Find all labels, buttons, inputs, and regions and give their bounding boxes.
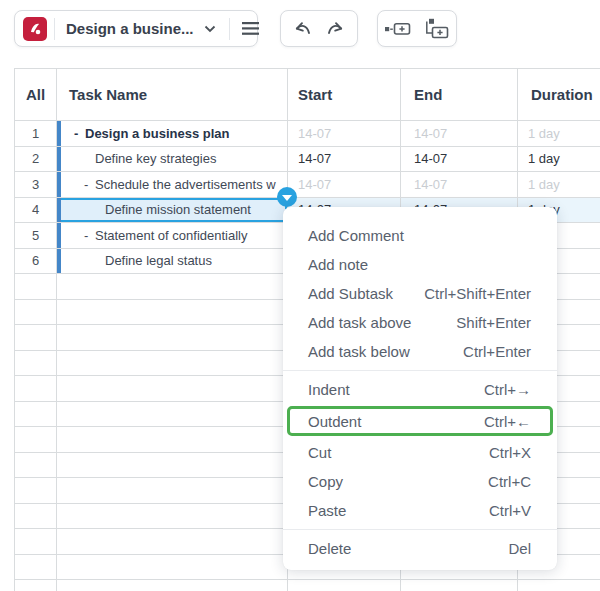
duration: 1 day [528,151,560,166]
collapse-toggle[interactable]: - [84,228,95,243]
menu-item-indent[interactable]: IndentCtrl+→ [283,375,557,404]
end-date: 14-07 [414,177,447,192]
cell-empty[interactable] [401,580,518,591]
cell-empty[interactable] [15,529,57,555]
undo-icon [293,20,313,37]
add-task-button[interactable] [384,11,411,46]
menu-item-copy[interactable]: CopyCtrl+C [283,467,557,496]
menu-separator [283,370,557,371]
collapse-toggle[interactable]: - [74,126,85,141]
column-header-duration[interactable]: Duration [518,69,600,121]
menu-item-add-comment[interactable]: Add Comment [283,221,557,250]
cell-empty[interactable] [57,453,288,479]
cell-empty[interactable] [288,580,401,591]
cell-empty[interactable] [15,351,57,377]
task-name-text: Define mission statement [105,202,251,217]
cell-duration[interactable]: 1 day [518,147,600,173]
undo-button[interactable] [293,11,313,46]
column-header-start[interactable]: Start [288,69,401,121]
cell-empty[interactable] [57,402,288,428]
cell-empty[interactable] [57,351,288,377]
menu-item-shortcut: Ctrl+C [488,473,531,490]
menu-item-add-task-above[interactable]: Add task aboveShift+Enter [283,308,557,337]
cell-empty[interactable] [57,478,288,504]
cell-empty[interactable] [57,555,288,581]
cell-empty[interactable] [15,580,57,591]
row-number: 6 [32,253,39,268]
app: { "toolbar": { "project_selector": { "la… [0,0,600,591]
cell-start-date[interactable]: 14-07 [288,121,401,147]
cell-row-number[interactable]: 2 [15,147,57,173]
collapse-toggle[interactable]: - [84,177,95,192]
task-name-text: Define legal status [105,253,212,268]
cell-end-date[interactable]: 14-07 [401,121,518,147]
row-number: 2 [32,151,39,166]
cell-empty[interactable] [15,427,57,453]
cell-task-name[interactable]: Define legal status [57,249,288,275]
cell-empty[interactable] [57,580,288,591]
table-row-empty[interactable] [15,580,600,591]
menu-item-label: Indent [308,381,350,398]
cell-duration[interactable]: 1 day [518,121,600,147]
cell-duration[interactable]: 1 day [518,172,600,198]
cell-empty[interactable] [15,274,57,300]
row-color-bar [57,172,61,197]
cell-empty[interactable] [15,555,57,581]
row-color-bar [57,147,61,172]
cell-empty[interactable] [57,504,288,530]
row-handle-icon[interactable] [277,187,297,207]
cell-row-number[interactable]: 5 [15,223,57,249]
menu-item-shortcut: Ctrl+→ [484,381,531,398]
cell-task-name[interactable]: -Statement of confidentially [57,223,288,249]
cell-end-date[interactable]: 14-07 [401,147,518,173]
cell-task-name[interactable]: -Schedule the advertisements w [57,172,288,198]
cell-empty[interactable] [57,274,288,300]
menu-item-label: Add Subtask [308,285,393,302]
cell-task-name[interactable]: Define mission statement [57,198,288,224]
cell-empty[interactable] [57,427,288,453]
cell-row-number[interactable]: 3 [15,172,57,198]
cell-task-name[interactable]: Define key strategies [57,147,288,173]
cell-empty[interactable] [15,453,57,479]
menu-item-delete[interactable]: DeleteDel [283,534,557,563]
menu-item-label: Cut [308,444,331,461]
table-row[interactable]: 1 -Design a business plan 14-07 14-07 1 … [15,121,600,147]
cell-empty[interactable] [57,325,288,351]
table-row[interactable]: 2 Define key strategies 14-07 14-07 1 da… [15,147,600,173]
cell-empty[interactable] [15,478,57,504]
cell-empty[interactable] [15,402,57,428]
redo-button[interactable] [325,11,345,46]
cell-row-number[interactable]: 1 [15,121,57,147]
start-date: 14-07 [298,177,331,192]
cell-empty[interactable] [15,504,57,530]
menu-item-add-note[interactable]: Add note [283,250,557,279]
menu-item-label: Add note [308,256,368,273]
cell-empty[interactable] [57,529,288,555]
column-header-task[interactable]: Task Name [57,69,288,121]
cell-empty[interactable] [15,376,57,402]
cell-row-number[interactable]: 4 [15,198,57,224]
menu-item-add-task-below[interactable]: Add task belowCtrl+Enter [283,337,557,366]
cell-empty[interactable] [518,580,600,591]
menu-item-add-subtask[interactable]: Add SubtaskCtrl+Shift+Enter [283,279,557,308]
menu-item-shortcut: Ctrl+Enter [463,343,531,360]
row-color-bar [57,223,61,248]
cell-empty[interactable] [57,376,288,402]
cell-empty[interactable] [15,300,57,326]
cell-empty[interactable] [57,300,288,326]
cell-start-date[interactable]: 14-07 [288,147,401,173]
cell-start-date[interactable]: 14-07 [288,172,401,198]
column-header-all[interactable]: All [15,69,57,121]
project-selector[interactable]: Design a busine... [55,11,216,46]
cell-end-date[interactable]: 14-07 [401,172,518,198]
cell-empty[interactable] [15,325,57,351]
table-row[interactable]: 3 -Schedule the advertisements w 14-07 1… [15,172,600,198]
main-menu-button[interactable] [230,11,271,46]
menu-item-outdent[interactable]: OutdentCtrl+← [290,409,550,433]
cell-row-number[interactable]: 6 [15,249,57,275]
menu-item-cut[interactable]: CutCtrl+X [283,438,557,467]
menu-item-paste[interactable]: PasteCtrl+V [283,496,557,525]
add-subtask-button[interactable] [423,11,451,46]
cell-task-name[interactable]: -Design a business plan [57,121,288,147]
column-header-end[interactable]: End [401,69,518,121]
